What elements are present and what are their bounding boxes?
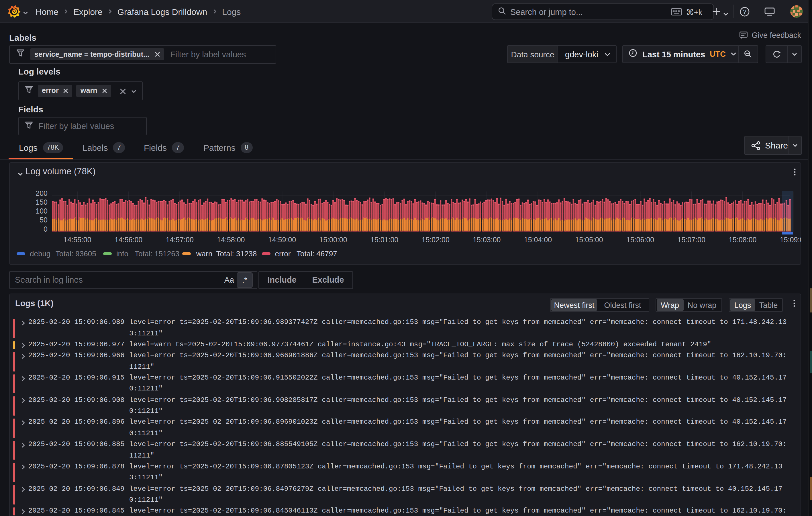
svg-text:14:59:00: 14:59:00: [268, 236, 296, 244]
svg-text:15:09:00: 15:09:00: [780, 236, 801, 244]
svg-text:?: ?: [743, 8, 746, 15]
svg-text:50: 50: [39, 216, 48, 224]
svg-text:14:56:00: 14:56:00: [115, 236, 142, 244]
svg-text:15:02:00: 15:02:00: [422, 236, 450, 244]
svg-text:14:58:00: 14:58:00: [217, 236, 245, 244]
svg-text:15:06:00: 15:06:00: [626, 236, 654, 244]
svg-text:15:00:00: 15:00:00: [319, 236, 347, 244]
svg-text:150: 150: [35, 198, 48, 206]
svg-text:14:57:00: 14:57:00: [166, 236, 194, 244]
svg-text:14:55:00: 14:55:00: [63, 236, 91, 244]
svg-text:200: 200: [35, 189, 48, 197]
svg-text:15:08:00: 15:08:00: [729, 236, 756, 244]
svg-text:15:03:00: 15:03:00: [473, 236, 500, 244]
svg-text:15:01:00: 15:01:00: [371, 236, 398, 244]
svg-text:15:04:00: 15:04:00: [524, 236, 552, 244]
svg-text:100: 100: [35, 207, 48, 215]
svg-text:15:05:00: 15:05:00: [575, 236, 603, 244]
svg-text:15:07:00: 15:07:00: [677, 236, 705, 244]
svg-text:0: 0: [44, 225, 48, 233]
